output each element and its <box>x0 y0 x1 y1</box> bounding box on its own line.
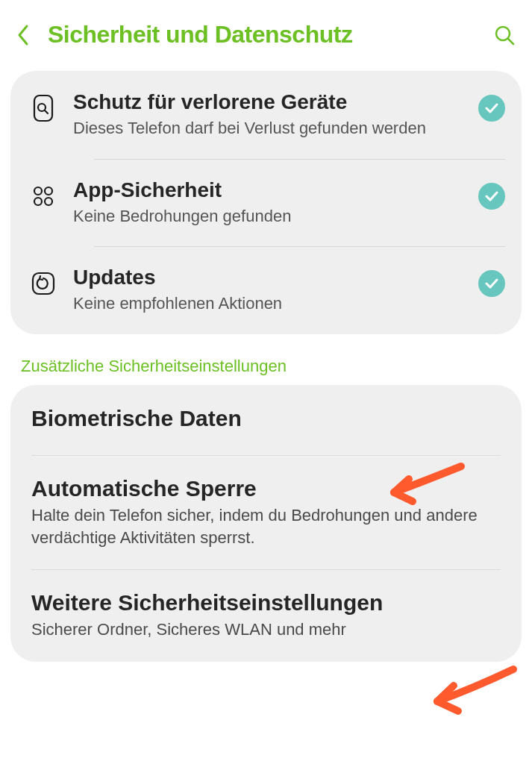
row-lost-device-protection[interactable]: Schutz für verlorene Geräte Dieses Telef… <box>10 71 522 159</box>
apps-grid-icon <box>27 180 60 213</box>
svg-point-7 <box>34 198 42 205</box>
row-subtitle: Sicherer Ordner, Sicheres WLAN und mehr <box>31 619 501 641</box>
row-app-security[interactable]: App-Sicherheit Keine Bedrohungen gefunde… <box>10 159 522 247</box>
annotation-arrow-icon <box>424 660 521 727</box>
row-title: Biometrische Daten <box>31 406 501 431</box>
svg-point-5 <box>34 187 42 195</box>
row-subtitle: Keine empfohlenen Aktionen <box>73 292 465 315</box>
header: Sicherheit und Datenschutz <box>0 0 532 63</box>
row-biometrics[interactable]: Biometrische Daten <box>10 385 522 455</box>
svg-point-8 <box>45 198 52 205</box>
row-subtitle: Halte dein Telefon sicher, indem du Bedr… <box>31 504 501 548</box>
svg-rect-2 <box>34 96 52 121</box>
row-body: Updates Keine empfohlenen Aktionen <box>73 266 465 315</box>
additional-settings-card: Biometrische Daten Automatische Sperre H… <box>10 385 522 662</box>
row-more-security[interactable]: Weitere Sicherheitseinstellungen Sichere… <box>10 569 522 662</box>
row-subtitle: Keine Bedrohungen gefunden <box>73 205 465 228</box>
device-search-icon <box>27 92 60 125</box>
svg-line-1 <box>508 39 513 44</box>
row-updates[interactable]: Updates Keine empfohlenen Aktionen <box>10 246 522 334</box>
back-button[interactable] <box>16 24 30 46</box>
row-title: Schutz für verlorene Geräte <box>73 90 465 114</box>
status-card: Schutz für verlorene Geräte Dieses Telef… <box>10 71 522 334</box>
row-body: App-Sicherheit Keine Bedrohungen gefunde… <box>73 178 465 228</box>
svg-line-4 <box>45 110 48 113</box>
update-icon <box>27 267 60 300</box>
section-label-additional: Zusätzliche Sicherheitseinstellungen <box>0 334 532 385</box>
row-title: App-Sicherheit <box>73 178 465 202</box>
status-ok-icon <box>478 183 505 210</box>
status-ok-icon <box>478 95 505 122</box>
row-auto-lock[interactable]: Automatische Sperre Halte dein Telefon s… <box>10 455 522 569</box>
search-button[interactable] <box>493 24 516 46</box>
page-title: Sicherheit und Datenschutz <box>48 21 475 48</box>
row-title: Weitere Sicherheitseinstellungen <box>31 590 501 616</box>
row-subtitle: Dieses Telefon darf bei Verlust gefunden… <box>73 117 465 140</box>
row-body: Schutz für verlorene Geräte Dieses Telef… <box>73 90 465 140</box>
svg-point-6 <box>45 187 52 195</box>
row-title: Updates <box>73 266 465 289</box>
status-ok-icon <box>478 270 505 297</box>
svg-rect-9 <box>33 273 54 294</box>
row-title: Automatische Sperre <box>31 476 501 501</box>
